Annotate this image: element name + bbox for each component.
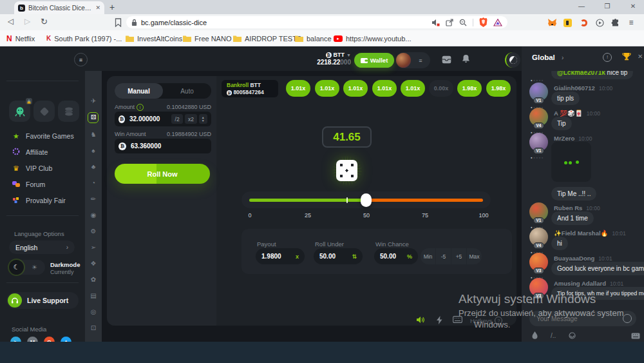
amount-stepper[interactable]: ▲▼ (199, 114, 207, 124)
extensions-puzzle-icon[interactable] (610, 17, 620, 28)
sidebar-collapse-button[interactable]: ≡ (74, 53, 88, 66)
slash-commands-icon[interactable]: /.. (551, 332, 556, 339)
chevron-right-icon[interactable]: › (562, 54, 564, 61)
bookmark-southpark[interactable]: K South Park (1997) -... (46, 34, 122, 43)
history-multiplier[interactable]: 1.01x (315, 80, 339, 97)
avatar[interactable]: V4 (529, 228, 548, 246)
avatar[interactable]: V3 (529, 278, 548, 297)
double-bet-button[interactable]: x2 (185, 114, 196, 124)
sound-toggle-icon[interactable] (416, 316, 425, 324)
darkmode-toggle[interactable]: ☾ ☀ (9, 260, 45, 275)
game-icon-12[interactable]: ▤ (85, 290, 102, 302)
history-multiplier[interactable]: 0.00x (429, 80, 453, 97)
game-icon-crash[interactable]: ✈ (85, 95, 102, 107)
game-icon-11[interactable]: ✿ (85, 274, 102, 286)
game-icon-14[interactable]: ⊡ (85, 322, 102, 334)
history-multiplier[interactable]: 1.98x (486, 80, 511, 97)
avatar[interactable]: V4 (529, 108, 548, 126)
video-extension-icon[interactable] (594, 17, 605, 28)
game-category-coins[interactable] (58, 101, 79, 122)
hotkeys-label[interactable]: Hotkeys? (470, 317, 502, 324)
avatar[interactable]: V3 (529, 253, 548, 271)
game-icon-9[interactable]: ➢ (85, 242, 102, 253)
chat-close-icon[interactable]: ✕ (638, 53, 643, 60)
bat-rewards-icon[interactable] (493, 19, 502, 26)
back-icon[interactable]: ◁ (8, 17, 14, 26)
bonus-spin-icon[interactable] (505, 52, 520, 68)
chat-channel[interactable]: Global (532, 54, 555, 61)
game-category-slots[interactable]: 🔒 (9, 101, 30, 122)
chat-rules-info-icon[interactable]: ! (603, 53, 612, 62)
reload-icon[interactable]: ↻ (41, 17, 48, 26)
roll-now-button[interactable]: Roll Now (115, 164, 210, 184)
payout-field[interactable]: 1.9800x (256, 248, 305, 264)
sidebar-item-favorite-games[interactable]: ★ Favorite Games (12, 131, 82, 141)
minus-5-button[interactable]: -5 (436, 248, 451, 264)
account-menu[interactable]: ≡ (395, 52, 430, 68)
tab-mute-icon[interactable] (431, 19, 440, 26)
min-button[interactable]: Min (421, 248, 435, 264)
history-multiplier[interactable]: 1.01x (372, 80, 397, 97)
tip-rain-icon[interactable] (532, 330, 538, 342)
bookmark-icon[interactable] (115, 18, 122, 30)
game-icon-2[interactable]: ♞ (85, 129, 102, 141)
bookmark-folder-freenano[interactable]: Free NANO (183, 34, 231, 43)
avatar[interactable]: V1 (529, 133, 548, 152)
roll-slider-knob[interactable] (361, 193, 372, 207)
game-icon-7[interactable]: ◉ (85, 210, 102, 221)
yellow-wallet-extension-icon[interactable] (562, 17, 573, 28)
language-selector[interactable]: English › (9, 240, 75, 254)
roll-under-field[interactable]: 50.00⇅ (314, 248, 363, 264)
half-bet-button[interactable]: /2 (171, 114, 183, 124)
browser-tab[interactable]: b Bitcoin Classic Dice Game - Play D ✕ (14, 1, 104, 14)
history-multiplier[interactable]: 1.01x (401, 80, 425, 97)
inbox-icon[interactable] (442, 55, 451, 66)
metamask-extension-icon[interactable] (547, 17, 557, 28)
tab-close-icon[interactable]: ✕ (95, 5, 100, 11)
history-multiplier[interactable]: 1.01x (286, 80, 310, 97)
turbo-bolt-icon[interactable] (437, 316, 442, 324)
game-icon-4[interactable]: ♣ (85, 161, 102, 173)
bookmark-youtube[interactable]: ▸ https://www.youtub... (334, 34, 412, 43)
trophy-icon[interactable] (622, 52, 631, 64)
avatar[interactable]: V1 (529, 83, 548, 101)
sidebar-item-vip-club[interactable]: ♛ VIP Club (12, 163, 82, 173)
max-button[interactable]: Max (467, 248, 482, 264)
browser-menu-icon[interactable]: ≡ (626, 17, 636, 28)
chat-message-input[interactable] (535, 315, 623, 323)
window-close-button[interactable]: ✕ (629, 3, 638, 10)
win-amount-input[interactable] (129, 142, 203, 150)
share-icon[interactable] (446, 19, 453, 26)
sidebar-item-forum[interactable]: Forum (12, 179, 82, 190)
bookmark-folder-airdrop[interactable]: AIRDROP TESTS (233, 34, 301, 43)
new-tab-button[interactable]: + (109, 2, 115, 12)
coin-drop-icon[interactable] (569, 330, 576, 342)
sidebar-item-affiliate[interactable]: Affiliate (12, 147, 82, 157)
live-support-button[interactable]: Live Support (6, 292, 79, 309)
plus-5-button[interactable]: +5 (451, 248, 466, 264)
game-category-ticket[interactable] (33, 101, 55, 122)
address-bar[interactable]: bc.game/classic-dice (126, 16, 507, 28)
game-icon-8[interactable]: ⚙ (85, 226, 102, 237)
avatar[interactable]: V1 (529, 202, 548, 221)
game-icon-13[interactable]: ◎ (85, 306, 102, 318)
wallet-button[interactable]: Wallet (354, 53, 394, 68)
tab-manual[interactable]: Manual (115, 83, 163, 99)
win-chance-field[interactable]: 50.00% (374, 248, 418, 264)
game-icon-6[interactable]: ✏ (85, 193, 102, 205)
history-multiplier[interactable]: 1.01x (343, 80, 368, 97)
game-icon-10[interactable]: ❖ (85, 258, 102, 270)
window-maximize-button[interactable]: ❐ (603, 3, 612, 10)
game-icon-5[interactable]: ◔ (85, 177, 102, 189)
game-icon-3[interactable]: ♠ (85, 145, 102, 157)
forward-icon[interactable]: ▷ (24, 17, 30, 26)
bookmark-folder-balance[interactable]: balance (295, 34, 332, 43)
emoji-icon[interactable] (623, 314, 632, 323)
zoom-page-icon[interactable] (459, 19, 467, 26)
sidebar-item-provably-fair[interactable]: Provably Fair (12, 195, 82, 206)
swirl-extension-icon[interactable] (578, 17, 589, 28)
hotkeys-keyboard-icon[interactable] (453, 316, 462, 323)
bookmark-netflix[interactable]: N Netflix (6, 34, 35, 43)
history-multiplier[interactable]: 1.98x (457, 80, 482, 97)
amount-input[interactable] (128, 115, 169, 123)
